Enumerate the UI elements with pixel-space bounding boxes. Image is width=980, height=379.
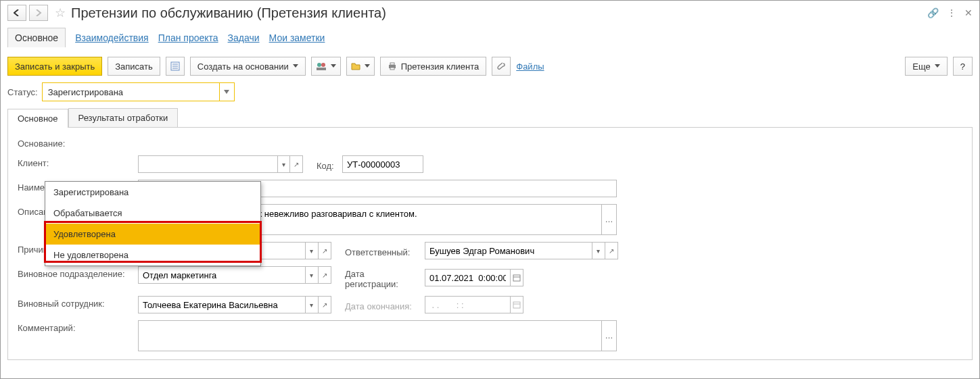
subtab-main[interactable]: Основное <box>7 109 68 128</box>
status-dropdown-button[interactable] <box>219 83 234 101</box>
svg-rect-10 <box>513 275 520 281</box>
status-option-not-satisfied[interactable]: Не удовлетворена <box>45 245 260 266</box>
code-input[interactable] <box>343 156 423 172</box>
guilty-dept-label: Виновное подразделение: <box>18 266 131 279</box>
window-title: Претензии по обслуживанию (Претензия кли… <box>71 5 386 21</box>
forward-button[interactable] <box>29 5 48 21</box>
comment-textarea[interactable] <box>138 320 602 351</box>
open-icon[interactable]: ↗ <box>318 243 331 259</box>
svg-rect-6 <box>317 68 326 70</box>
chevron-down-icon[interactable]: ▾ <box>277 156 290 172</box>
save-close-button[interactable]: Записать и закрыть <box>7 57 102 76</box>
client-label: Клиент: <box>18 155 131 168</box>
tab-interactions[interactable]: Взаимодействия <box>75 32 149 43</box>
titlebar: ☆ Претензии по обслуживанию (Претензия к… <box>1 1 979 26</box>
reg-date-field[interactable] <box>425 269 523 286</box>
printer-icon <box>388 61 397 71</box>
client-field[interactable]: ▾ ↗ <box>138 155 303 173</box>
expand-icon[interactable]: … <box>602 204 617 235</box>
toolbar: Записать и закрыть Записать Создать на о… <box>1 53 979 80</box>
basis-label: Основание: <box>18 136 131 149</box>
subtab-results[interactable]: Результаты отработки <box>68 108 179 127</box>
chevron-down-icon[interactable]: ▾ <box>305 243 318 259</box>
print-claim-button[interactable]: Претензия клиента <box>380 57 487 76</box>
guilty-emp-label: Виновный сотрудник: <box>18 296 131 309</box>
guilty-emp-field[interactable]: ▾ ↗ <box>138 296 331 313</box>
tab-notes[interactable]: Мои заметки <box>269 32 325 43</box>
responsible-input[interactable] <box>425 243 592 259</box>
calendar-icon[interactable] <box>510 270 523 286</box>
guilty-dept-field[interactable]: ▾ ↗ <box>138 266 331 284</box>
calendar-icon[interactable] <box>510 297 523 313</box>
comment-label: Комментарий: <box>18 320 131 333</box>
end-date-label: Дата окончания: <box>345 299 419 311</box>
tab-main[interactable]: Основное <box>7 28 66 47</box>
client-input[interactable] <box>139 156 277 172</box>
end-date-field <box>425 296 523 313</box>
guilty-emp-input[interactable] <box>139 297 305 313</box>
favorite-icon[interactable]: ☆ <box>55 5 66 20</box>
status-option-processing[interactable]: Обрабатывается <box>45 203 260 224</box>
paperclip-icon <box>496 61 506 71</box>
users-icon-button[interactable] <box>311 57 341 76</box>
reg-date-input[interactable] <box>425 270 510 286</box>
svg-point-4 <box>317 63 321 67</box>
svg-rect-9 <box>390 68 394 70</box>
tab-tasks[interactable]: Задачи <box>228 32 260 43</box>
files-link[interactable]: Файлы <box>516 61 544 72</box>
reg-date-label: Дата регистрации: <box>345 266 419 289</box>
guilty-dept-input[interactable] <box>139 267 305 283</box>
status-select[interactable]: Зарегистрирована <box>42 82 235 101</box>
status-option-registered[interactable]: Зарегистрирована <box>45 182 260 203</box>
link-icon[interactable]: 🔗 <box>927 7 939 18</box>
close-icon[interactable]: ✕ <box>964 7 973 18</box>
help-button[interactable]: ? <box>953 57 973 76</box>
end-date-input <box>425 297 510 313</box>
code-label: Код: <box>317 158 337 171</box>
chevron-down-icon[interactable]: ▾ <box>305 297 318 313</box>
more-button[interactable]: Еще <box>905 57 947 76</box>
folder-icon-button[interactable] <box>346 57 375 76</box>
tab-plan[interactable]: План проекта <box>158 32 218 43</box>
open-icon[interactable]: ↗ <box>318 267 331 283</box>
status-label: Статус: <box>7 87 38 97</box>
svg-point-5 <box>321 63 325 67</box>
open-icon[interactable]: ↗ <box>289 156 302 172</box>
back-button[interactable] <box>7 5 26 21</box>
svg-rect-8 <box>390 63 394 65</box>
open-icon[interactable]: ↗ <box>605 243 617 259</box>
chevron-down-icon[interactable]: ▾ <box>592 243 605 259</box>
svg-rect-12 <box>513 302 520 308</box>
responsible-label: Ответственный: <box>345 245 419 257</box>
kebab-icon[interactable]: ⋮ <box>947 7 956 18</box>
open-icon[interactable]: ↗ <box>318 297 331 313</box>
responsible-field[interactable]: ▾ ↗ <box>425 242 618 259</box>
chevron-down-icon[interactable]: ▾ <box>305 267 318 283</box>
save-button[interactable]: Записать <box>108 57 160 76</box>
status-dropdown-list[interactable]: Зарегистрирована Обрабатывается Удовлетв… <box>45 181 261 266</box>
create-based-button[interactable]: Создать на основании <box>190 57 306 76</box>
nav-tabs: Основное Взаимодействия План проекта Зад… <box>1 26 979 53</box>
status-value: Зарегистрирована <box>43 87 219 97</box>
attach-icon-button[interactable] <box>492 57 511 76</box>
code-field[interactable] <box>342 155 423 173</box>
expand-icon[interactable]: … <box>602 320 617 351</box>
status-option-satisfied[interactable]: Удовлетворена <box>45 224 260 245</box>
list-icon-button[interactable] <box>166 57 185 76</box>
